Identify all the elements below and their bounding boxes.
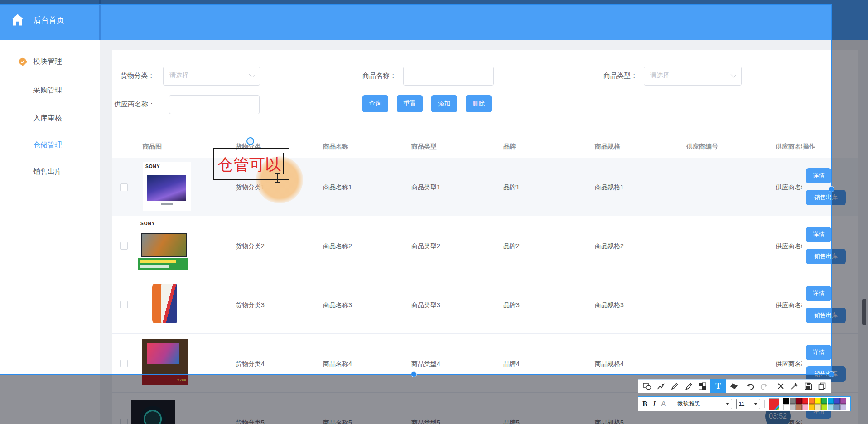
col-type: 商品类型 (411, 143, 437, 151)
query-button[interactable]: 查询 (362, 95, 388, 112)
font-size-select[interactable]: 11 (736, 399, 760, 409)
text-tool-glyph: T (715, 381, 721, 391)
undo-icon[interactable] (744, 381, 756, 392)
italic-button[interactable]: I (651, 400, 657, 409)
palette-swatch[interactable] (821, 398, 827, 404)
text-format-toolbar: B I A 微软雅黑 11 (638, 396, 851, 411)
delete-button[interactable]: 删除 (466, 95, 492, 112)
dropdown-arrow-icon (754, 403, 757, 405)
sidebar-item-label: 模块管理 (33, 53, 62, 71)
palette-swatch[interactable] (783, 404, 789, 410)
sidebar-item-sales-outbound[interactable]: 销售出库 (0, 163, 100, 181)
font-size-value: 11 (739, 401, 745, 407)
category-select[interactable]: 请选择 (163, 67, 260, 86)
palette-swatch[interactable] (783, 398, 789, 404)
product-name-input[interactable] (403, 67, 494, 86)
module-badge-icon (18, 57, 27, 66)
cell-spec: 商品规格3 (595, 301, 624, 309)
ibeam-cursor-icon (275, 173, 281, 183)
selection-handle-bottom[interactable] (411, 371, 417, 377)
outline-button[interactable]: A (661, 400, 666, 409)
row-checkbox[interactable] (120, 301, 128, 308)
polyline-arrow-tool-icon[interactable] (655, 381, 667, 392)
cell-spec: 商品规格4 (595, 360, 624, 368)
reset-button[interactable]: 重置 (397, 95, 423, 112)
palette-swatch[interactable] (790, 398, 796, 404)
palette-swatch[interactable] (834, 404, 840, 410)
sidebar-item-label: 采购管理 (33, 81, 62, 99)
toolbar-separator (764, 400, 765, 408)
cell-supplier: 供应商名称2 (776, 242, 802, 251)
selection-handle-bottom-right[interactable] (829, 371, 834, 377)
cell-type: 商品类型3 (411, 301, 440, 309)
palette-swatch[interactable] (840, 404, 846, 410)
sidebar-item-inbound-audit[interactable]: 入库审核 (0, 109, 100, 127)
palette-swatch[interactable] (809, 404, 815, 410)
screen: 后台首页 仓管用户1 欢迎使用仓库管理系统 模块管理 采购管理 入库审核 仓储管… (0, 0, 868, 424)
col-actions: 操作 (803, 143, 815, 151)
detail-button[interactable]: 详情 (806, 345, 831, 360)
palette-swatch[interactable] (796, 404, 802, 410)
supplier-name-input[interactable] (169, 95, 260, 114)
cell-brand: 品牌4 (503, 360, 520, 368)
col-supplier-no: 供应商编号 (686, 143, 718, 151)
palette-swatch[interactable] (828, 404, 834, 410)
palette-swatch[interactable] (802, 404, 808, 410)
palette-swatch[interactable] (834, 398, 840, 404)
pin-icon[interactable] (789, 381, 800, 392)
font-family-select[interactable]: 微软雅黑 (675, 399, 732, 409)
sidebar-header[interactable]: 后台首页 (0, 0, 100, 40)
dim-overlay-right (832, 4, 868, 375)
selection-handle-right[interactable] (829, 186, 834, 192)
shapes-tool-icon[interactable] (641, 381, 653, 392)
cell-brand: 品牌3 (503, 301, 520, 309)
product-image: SONY (138, 219, 188, 270)
col-supplier-name: 供应商名称 (776, 143, 802, 151)
cell-name: 商品名称1 (323, 183, 352, 192)
product-image (146, 281, 180, 326)
current-color-swatch[interactable] (769, 398, 779, 410)
palette-swatch[interactable] (815, 398, 821, 404)
palette-swatch[interactable] (828, 398, 834, 404)
supplier-name-label: 供应商名称： (114, 100, 155, 109)
row-checkbox[interactable] (120, 183, 128, 191)
cell-supplier: 供应商名称3 (776, 301, 802, 309)
palette-swatch[interactable] (809, 398, 815, 404)
dropdown-arrow-icon (726, 403, 729, 405)
pencil-tool-icon[interactable] (669, 381, 680, 392)
marker-tool-icon[interactable] (683, 381, 694, 392)
sidebar-item-warehouse[interactable]: 仓储管理 (0, 136, 100, 154)
rotate-handle-icon[interactable] (246, 137, 254, 145)
row-checkbox[interactable] (120, 360, 128, 367)
redo-icon[interactable] (758, 381, 770, 392)
text-tool-icon[interactable]: T (710, 379, 726, 393)
sidebar-item-purchase[interactable]: 采购管理 (0, 81, 100, 99)
product-type-select[interactable]: 请选择 (644, 67, 742, 86)
palette-swatch[interactable] (840, 398, 846, 404)
col-image: 商品图 (143, 143, 162, 151)
copy-icon[interactable] (816, 381, 828, 392)
bold-button[interactable]: B (642, 400, 647, 409)
mosaic-tool-icon[interactable] (697, 381, 709, 392)
eraser-tool-icon[interactable] (728, 381, 740, 392)
palette-swatch[interactable] (802, 398, 808, 404)
annotation-text: 仓管可以 (217, 154, 281, 175)
add-button[interactable]: 添加 (431, 95, 457, 112)
palette-swatch[interactable] (821, 404, 827, 410)
detail-button[interactable]: 详情 (806, 168, 831, 183)
palette-swatch[interactable] (790, 404, 796, 410)
close-icon[interactable] (775, 381, 786, 392)
sidebar-item-module[interactable]: 模块管理 (0, 53, 100, 71)
save-icon[interactable] (802, 381, 814, 392)
table-row[interactable]: 货物分类3 商品名称3 商品类型3 品牌3 商品规格3 供应商名称3 详情 销售… (112, 275, 858, 334)
category-placeholder: 请选择 (169, 72, 188, 80)
toolbar-separator (670, 400, 670, 408)
detail-button[interactable]: 详情 (806, 286, 831, 301)
palette-swatch[interactable] (815, 404, 821, 410)
detail-button[interactable]: 详情 (806, 227, 831, 242)
table-row[interactable]: SONY 货物分类2 商品名称2 商品类型2 品牌2 商品规格2 供应商名称2 … (112, 216, 858, 275)
row-checkbox[interactable] (120, 242, 128, 250)
palette-swatch[interactable] (796, 398, 802, 404)
product-name-label: 商品名称： (362, 72, 396, 80)
selection-border-top[interactable] (0, 4, 832, 5)
